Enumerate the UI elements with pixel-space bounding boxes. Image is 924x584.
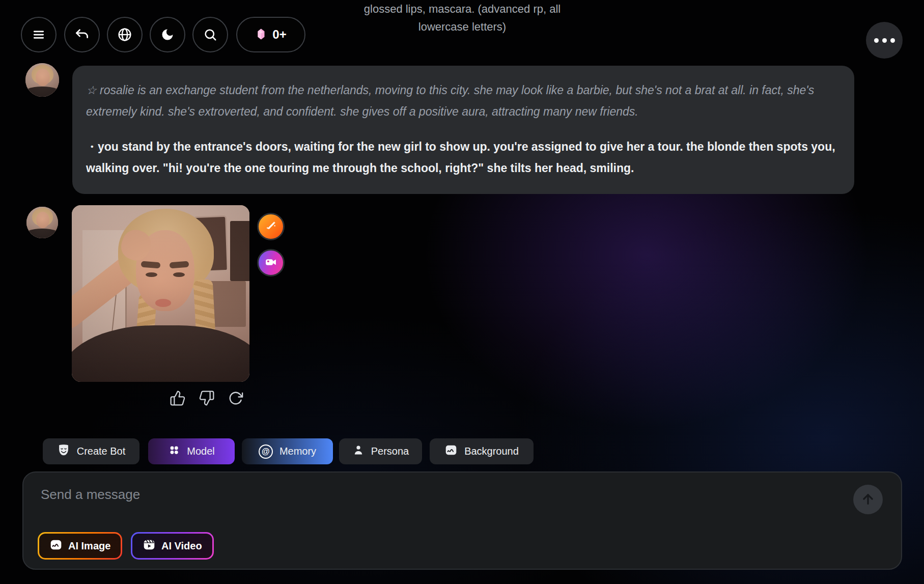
model-button[interactable]: Model bbox=[148, 438, 235, 464]
menu-icon bbox=[31, 27, 46, 42]
gems-button[interactable]: 0+ bbox=[236, 17, 305, 52]
memory-label: Memory bbox=[279, 446, 316, 457]
ai-image-label: AI Image bbox=[68, 540, 110, 552]
thumbs-down-button[interactable] bbox=[198, 390, 215, 407]
enhance-image-button[interactable] bbox=[257, 213, 285, 240]
thumbs-up-button[interactable] bbox=[169, 390, 186, 407]
moon-icon bbox=[160, 27, 175, 42]
bot-avatar[interactable] bbox=[25, 63, 59, 97]
overflow-menu-button[interactable] bbox=[866, 22, 903, 59]
create-bot-button[interactable]: Create Bot bbox=[43, 438, 139, 464]
composer: AI Image AI Video bbox=[22, 471, 902, 570]
ai-video-icon bbox=[143, 538, 156, 554]
persona-label: Persona bbox=[371, 446, 409, 457]
undo-icon bbox=[74, 27, 90, 42]
bot-intro-text: ☆ rosalie is an exchange student from th… bbox=[86, 79, 840, 122]
thumbs-up-icon bbox=[170, 390, 186, 408]
undo-button[interactable] bbox=[64, 17, 100, 52]
bot-description-line2: lowercase letters) bbox=[305, 18, 619, 36]
send-button[interactable] bbox=[853, 485, 883, 514]
image-icon bbox=[444, 443, 458, 459]
app-root: 0+ glossed lips, mascara. (advanced rp, … bbox=[0, 0, 924, 584]
bot-description-snippet: glossed lips, mascara. (advanced rp, all… bbox=[305, 0, 619, 36]
bot-avatar-small[interactable] bbox=[26, 207, 58, 238]
mask-icon bbox=[57, 443, 70, 459]
globe-icon bbox=[117, 26, 133, 43]
magic-wand-icon bbox=[264, 219, 278, 235]
background-button[interactable]: Background bbox=[430, 438, 534, 464]
generated-image[interactable] bbox=[72, 205, 249, 382]
memory-at-icon: @ bbox=[259, 444, 273, 459]
theme-button[interactable] bbox=[150, 17, 185, 52]
bot-scene-text: ・you stand by the entrance's doors, wait… bbox=[86, 136, 840, 179]
create-bot-label: Create Bot bbox=[77, 446, 126, 457]
menu-button[interactable] bbox=[21, 17, 57, 52]
bot-message-bubble: ☆ rosalie is an exchange student from th… bbox=[72, 66, 854, 194]
background-label: Background bbox=[464, 446, 519, 457]
model-grid-icon bbox=[168, 444, 180, 459]
message-input[interactable] bbox=[41, 487, 835, 517]
search-button[interactable] bbox=[192, 17, 228, 52]
video-camera-icon bbox=[264, 255, 278, 271]
ai-image-icon bbox=[49, 538, 63, 554]
search-icon bbox=[203, 27, 218, 42]
bot-description-line1: glossed lips, mascara. (advanced rp, all bbox=[305, 0, 619, 18]
regenerate-button[interactable] bbox=[227, 390, 244, 407]
thumbs-down-icon bbox=[199, 390, 215, 408]
ellipsis-icon bbox=[874, 38, 879, 43]
ai-image-button[interactable]: AI Image bbox=[38, 532, 122, 560]
gem-icon bbox=[255, 26, 267, 43]
persona-button[interactable]: Persona bbox=[339, 438, 422, 464]
language-button[interactable] bbox=[107, 17, 143, 52]
animate-video-button[interactable] bbox=[257, 249, 285, 276]
arrow-up-icon bbox=[860, 491, 876, 508]
model-label: Model bbox=[187, 446, 214, 457]
memory-button[interactable]: @ Memory bbox=[242, 438, 333, 464]
person-icon bbox=[352, 444, 365, 459]
ai-video-label: AI Video bbox=[161, 540, 202, 552]
gem-count: 0+ bbox=[272, 27, 286, 42]
regenerate-icon bbox=[228, 391, 243, 407]
image-feedback-row bbox=[169, 390, 244, 407]
ai-video-button[interactable]: AI Video bbox=[131, 532, 214, 560]
